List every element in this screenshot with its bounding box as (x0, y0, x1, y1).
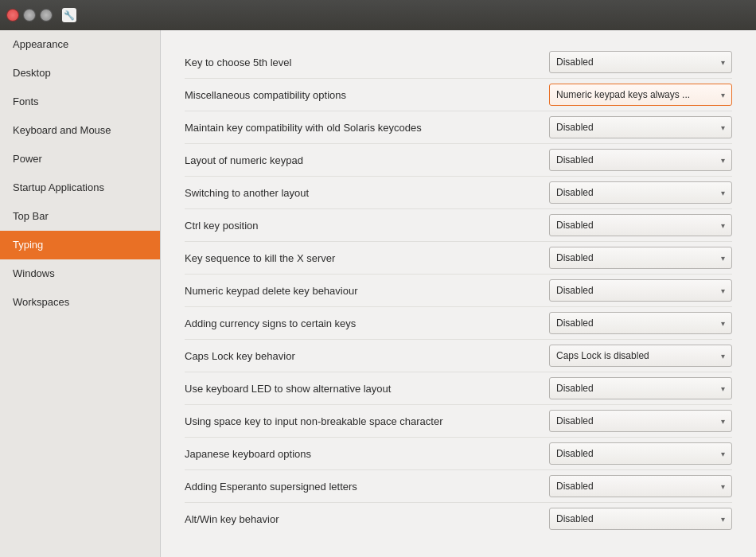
setting-dropdown-numeric-layout: Disabled▾ (549, 149, 732, 171)
setting-dropdown-switch-layout: Disabled▾ (549, 181, 732, 204)
dropdown-button-caps-lock[interactable]: Caps Lock is disabled▾ (549, 345, 732, 367)
dropdown-arrow-alt-win: ▾ (721, 515, 725, 524)
setting-dropdown-misc-compat: Numeric keypad keys always ...▾ (549, 84, 732, 106)
setting-row-numeric-layout: Layout of numeric keypadDisabled▾ (185, 144, 732, 177)
minimize-button[interactable] (23, 9, 36, 21)
setting-dropdown-ctrl-position: Disabled▾ (549, 214, 732, 236)
sidebar-item-workspaces[interactable]: Workspaces (0, 288, 160, 317)
sidebar-item-windows[interactable]: Windows (0, 259, 160, 288)
sidebar-item-startup-applications[interactable]: Startup Applications (0, 173, 160, 202)
setting-row-switch-layout: Switching to another layoutDisabled▾ (185, 177, 732, 209)
sidebar-item-fonts[interactable]: Fonts (0, 88, 160, 116)
dropdown-value-switch-layout: Disabled (556, 187, 716, 198)
dropdown-arrow-currency-signs: ▾ (721, 319, 725, 328)
dropdown-arrow-switch-layout: ▾ (721, 189, 725, 197)
setting-label-currency-signs: Adding currency signs to certain keys (185, 317, 549, 329)
dropdown-button-numpad-delete[interactable]: Disabled▾ (549, 279, 732, 302)
setting-label-switch-layout: Switching to another layout (185, 187, 549, 199)
window-controls (6, 9, 53, 21)
setting-label-numeric-layout: Layout of numeric keypad (185, 154, 549, 166)
maximize-button[interactable] (40, 9, 53, 21)
setting-row-japanese-options: Japanese keyboard optionsDisabled▾ (185, 438, 732, 470)
dropdown-button-key-5th-level[interactable]: Disabled▾ (549, 51, 732, 73)
dropdown-button-esperanto[interactable]: Disabled▾ (549, 475, 732, 497)
setting-label-misc-compat: Miscellaneous compatibility options (185, 89, 549, 101)
dropdown-arrow-numpad-delete: ▾ (721, 286, 725, 295)
setting-dropdown-kill-x: Disabled▾ (549, 247, 732, 269)
dropdown-button-misc-compat[interactable]: Numeric keypad keys always ...▾ (549, 84, 732, 106)
setting-dropdown-caps-lock: Caps Lock is disabled▾ (549, 345, 732, 367)
setting-label-key-5th-level: Key to choose 5th level (185, 56, 549, 68)
setting-label-alt-win: Alt/Win key behavior (185, 513, 549, 525)
setting-row-ctrl-position: Ctrl key positionDisabled▾ (185, 209, 732, 242)
sidebar-item-desktop[interactable]: Desktop (0, 59, 160, 88)
dropdown-value-keyboard-led: Disabled (556, 383, 716, 394)
dropdown-value-key-5th-level: Disabled (556, 56, 716, 68)
dropdown-button-ctrl-position[interactable]: Disabled▾ (549, 214, 732, 236)
setting-row-misc-compat: Miscellaneous compatibility optionsNumer… (185, 79, 732, 111)
dropdown-value-japanese-options: Disabled (556, 448, 716, 459)
app-header: 🔧 (62, 8, 81, 22)
setting-dropdown-keyboard-led: Disabled▾ (549, 377, 732, 399)
dropdown-button-kill-x[interactable]: Disabled▾ (549, 247, 732, 269)
dropdown-arrow-solaris-compat: ▾ (721, 123, 725, 132)
setting-row-key-5th-level: Key to choose 5th levelDisabled▾ (185, 46, 732, 79)
dropdown-value-space-nonbreak: Disabled (556, 415, 716, 427)
dropdown-value-esperanto: Disabled (556, 481, 716, 492)
dropdown-button-currency-signs[interactable]: Disabled▾ (549, 312, 732, 334)
dropdown-arrow-misc-compat: ▾ (721, 91, 725, 99)
setting-row-kill-x: Key sequence to kill the X serverDisable… (185, 242, 732, 275)
main-window: 🔧 AppearanceDesktopFontsKeyboard and Mou… (0, 0, 756, 557)
dropdown-button-numeric-layout[interactable]: Disabled▾ (549, 149, 732, 171)
setting-label-numpad-delete: Numeric keypad delete key behaviour (185, 285, 549, 297)
setting-dropdown-currency-signs: Disabled▾ (549, 312, 732, 334)
dropdown-arrow-space-nonbreak: ▾ (721, 417, 725, 426)
dropdown-arrow-japanese-options: ▾ (721, 450, 725, 458)
dropdown-button-solaris-compat[interactable]: Disabled▾ (549, 116, 732, 138)
setting-label-keyboard-led: Use keyboard LED to show alternative lay… (185, 383, 549, 395)
setting-row-esperanto: Adding Esperanto supersigned lettersDisa… (185, 470, 732, 503)
setting-label-esperanto: Adding Esperanto supersigned letters (185, 481, 549, 493)
setting-dropdown-numpad-delete: Disabled▾ (549, 279, 732, 302)
dropdown-value-caps-lock: Caps Lock is disabled (556, 350, 716, 361)
setting-dropdown-key-5th-level: Disabled▾ (549, 51, 732, 73)
content-area: Key to choose 5th levelDisabled▾Miscella… (161, 30, 756, 557)
dropdown-value-numeric-layout: Disabled (556, 154, 716, 166)
sidebar-item-typing[interactable]: Typing (0, 231, 160, 259)
setting-row-space-nonbreak: Using space key to input non-breakable s… (185, 405, 732, 438)
dropdown-arrow-esperanto: ▾ (721, 482, 725, 491)
setting-row-alt-win: Alt/Win key behaviorDisabled▾ (185, 503, 732, 535)
setting-row-caps-lock: Caps Lock key behaviorCaps Lock is disab… (185, 340, 732, 372)
dropdown-value-kill-x: Disabled (556, 252, 716, 263)
dropdown-value-misc-compat: Numeric keypad keys always ... (556, 89, 716, 100)
dropdown-button-keyboard-led[interactable]: Disabled▾ (549, 377, 732, 399)
setting-dropdown-esperanto: Disabled▾ (549, 475, 732, 497)
close-button[interactable] (6, 9, 19, 21)
dropdown-value-solaris-compat: Disabled (556, 122, 716, 133)
setting-label-japanese-options: Japanese keyboard options (185, 448, 549, 460)
setting-label-caps-lock: Caps Lock key behavior (185, 350, 549, 362)
dropdown-value-numpad-delete: Disabled (556, 285, 716, 296)
setting-label-solaris-compat: Maintain key compatibility with old Sola… (185, 122, 549, 134)
dropdown-arrow-key-5th-level: ▾ (721, 58, 725, 67)
dropdown-button-space-nonbreak[interactable]: Disabled▾ (549, 410, 732, 432)
sidebar-item-power[interactable]: Power (0, 145, 160, 173)
sidebar-item-keyboard-mouse[interactable]: Keyboard and Mouse (0, 116, 160, 145)
sidebar-item-appearance[interactable]: Appearance (0, 30, 160, 59)
titlebar: 🔧 (0, 0, 756, 30)
setting-row-keyboard-led: Use keyboard LED to show alternative lay… (185, 372, 732, 405)
setting-label-space-nonbreak: Using space key to input non-breakable s… (185, 415, 549, 427)
sidebar-item-top-bar[interactable]: Top Bar (0, 202, 160, 231)
setting-row-solaris-compat: Maintain key compatibility with old Sola… (185, 111, 732, 144)
dropdown-arrow-keyboard-led: ▾ (721, 384, 725, 393)
setting-dropdown-japanese-options: Disabled▾ (549, 442, 732, 465)
dropdown-value-ctrl-position: Disabled (556, 220, 716, 231)
dropdown-value-currency-signs: Disabled (556, 317, 716, 329)
dropdown-button-alt-win[interactable]: Disabled▾ (549, 508, 732, 530)
dropdown-button-japanese-options[interactable]: Disabled▾ (549, 442, 732, 465)
sidebar: AppearanceDesktopFontsKeyboard and Mouse… (0, 30, 161, 557)
dropdown-arrow-kill-x: ▾ (721, 254, 725, 263)
dropdown-button-switch-layout[interactable]: Disabled▾ (549, 181, 732, 204)
setting-dropdown-solaris-compat: Disabled▾ (549, 116, 732, 138)
setting-dropdown-alt-win: Disabled▾ (549, 508, 732, 530)
